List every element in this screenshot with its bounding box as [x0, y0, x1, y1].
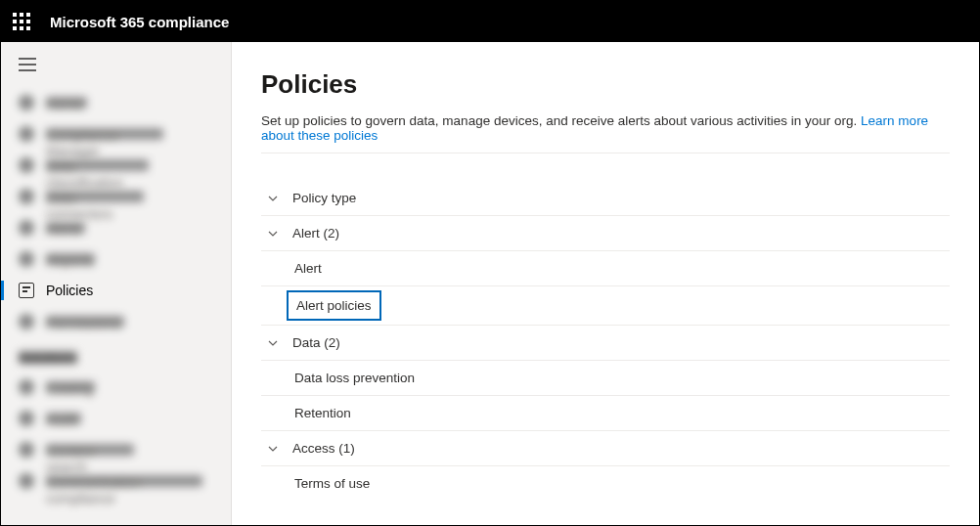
sidebar-section-solutions: Solutions: [1, 337, 231, 372]
sidebar-item-label: Policies: [46, 283, 93, 298]
page-description: Set up policies to govern data, manage d…: [261, 113, 950, 143]
app-launcher-icon[interactable]: [13, 13, 30, 30]
sidebar-item-communication-compliance[interactable]: Communication compliance: [1, 465, 231, 497]
policy-item-alert[interactable]: Alert: [261, 251, 950, 286]
policy-item-dlp[interactable]: Data loss prevention: [261, 361, 950, 396]
group-data[interactable]: Data (2): [261, 326, 950, 361]
group-alert[interactable]: Alert (2): [261, 216, 950, 251]
policy-list: Policy type Alert (2) Alert Alert polici…: [261, 181, 950, 501]
policy-item-alert-policies[interactable]: Alert policies: [261, 286, 950, 326]
sidebar-item-alerts[interactable]: Alerts: [1, 212, 231, 243]
sidebar-item-catalog[interactable]: Catalog: [1, 372, 231, 403]
sidebar-item-policies[interactable]: Policies: [1, 275, 231, 306]
sidebar: Home Compliance Manager Data classificat…: [1, 42, 232, 526]
policy-item-terms-of-use[interactable]: Terms of use: [261, 466, 950, 501]
group-label: Policy type: [292, 191, 356, 205]
group-policy-type[interactable]: Policy type: [261, 181, 950, 216]
chevron-down-icon: [267, 193, 279, 204]
group-access[interactable]: Access (1): [261, 431, 950, 466]
top-bar: Microsoft 365 compliance: [1, 1, 979, 42]
policy-item-retention[interactable]: Retention: [261, 396, 950, 431]
sidebar-item-home[interactable]: Home: [1, 87, 231, 118]
sidebar-item-content-search[interactable]: Content search: [1, 434, 231, 465]
sidebar-item-audit[interactable]: Audit: [1, 403, 231, 434]
sidebar-item-compliance-manager[interactable]: Compliance Manager: [1, 118, 231, 150]
sidebar-item-data-connectors[interactable]: Data connectors: [1, 181, 231, 212]
menu-toggle-icon[interactable]: [1, 54, 231, 87]
app-title: Microsoft 365 compliance: [50, 14, 229, 30]
page-title: Policies: [261, 69, 950, 100]
group-label: Alert (2): [292, 226, 339, 241]
sidebar-item-data-classification[interactable]: Data classification: [1, 150, 231, 181]
chevron-down-icon: [267, 443, 279, 455]
sidebar-item-permissions[interactable]: Permissions: [1, 306, 231, 337]
group-label: Access (1): [292, 441, 355, 456]
chevron-down-icon: [267, 337, 279, 349]
main-content: Policies Set up policies to govern data,…: [232, 42, 979, 526]
chevron-down-icon: [267, 228, 279, 240]
divider: [261, 153, 950, 153]
sidebar-item-reports[interactable]: Reports: [1, 243, 231, 275]
group-label: Data (2): [292, 335, 340, 350]
policies-icon: [19, 283, 34, 298]
